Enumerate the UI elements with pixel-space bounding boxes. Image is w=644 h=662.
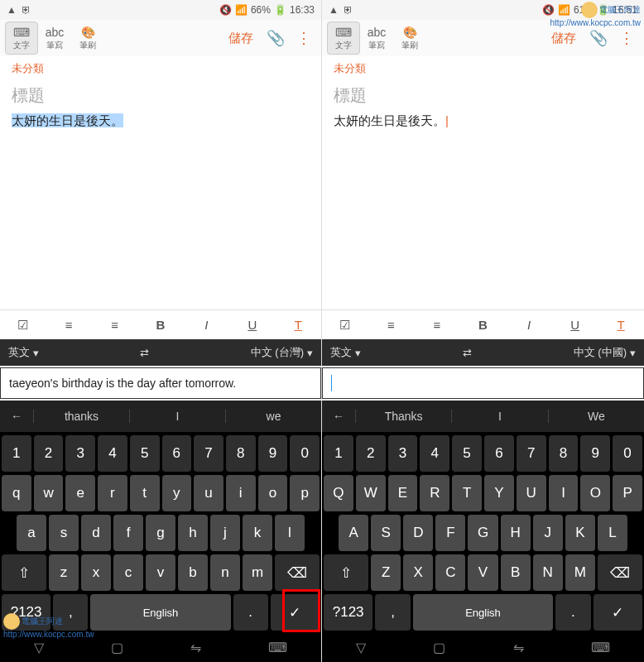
save-button[interactable]: 儲存 (222, 31, 260, 46)
sugg-1[interactable]: thanks (33, 410, 129, 423)
key-2[interactable]: 2 (34, 435, 64, 472)
more-button[interactable]: ⋮ (291, 29, 316, 47)
key-5[interactable]: 5 (452, 435, 482, 472)
shift-key[interactable]: ⇧ (324, 554, 368, 591)
key-D[interactable]: D (403, 515, 433, 551)
key-a[interactable]: a (17, 515, 46, 551)
key-0[interactable]: 0 (290, 435, 320, 472)
comma-key[interactable]: , (375, 594, 410, 631)
key-h[interactable]: h (178, 515, 208, 551)
key-B[interactable]: B (501, 554, 531, 591)
key-I[interactable]: I (549, 475, 579, 511)
note-content[interactable]: 太妍的生日是後天。 (0, 113, 321, 129)
sugg-2[interactable]: I (451, 410, 547, 423)
nav-recents[interactable]: ⇋ (513, 640, 524, 655)
underline-button[interactable]: U (237, 313, 268, 338)
lang-source[interactable]: 英文 ▾ (330, 345, 361, 360)
key-w[interactable]: w (34, 475, 64, 511)
numlist-button[interactable]: ≡ (421, 313, 453, 338)
key-v[interactable]: v (146, 554, 175, 591)
tool-handwrite[interactable]: abc筆寫 (38, 22, 71, 55)
key-r[interactable]: r (98, 475, 127, 511)
key-O[interactable]: O (580, 475, 610, 511)
note-content[interactable]: 太妍的生日是後天。| (322, 113, 644, 129)
key-d[interactable]: d (81, 515, 111, 551)
key-1[interactable]: 1 (2, 435, 31, 472)
key-q[interactable]: q (2, 475, 31, 511)
nav-back[interactable]: ▢ (433, 640, 445, 655)
hide-kb-icon[interactable]: ▽ (34, 640, 44, 655)
back-icon[interactable]: ← (322, 410, 355, 423)
key-f[interactable]: f (113, 515, 143, 551)
key-A[interactable]: A (339, 515, 368, 551)
category-label[interactable]: 未分類 (0, 56, 321, 81)
key-p[interactable]: p (290, 475, 320, 511)
key-6[interactable]: 6 (484, 435, 514, 472)
sugg-2[interactable]: I (129, 410, 225, 423)
key-6[interactable]: 6 (162, 435, 192, 472)
key-Z[interactable]: Z (371, 554, 401, 591)
shift-key[interactable]: ⇧ (2, 554, 46, 591)
key-9[interactable]: 9 (580, 435, 610, 472)
key-M[interactable]: M (565, 554, 595, 591)
sugg-3[interactable]: We (548, 410, 644, 423)
nav-recents[interactable]: ⇋ (190, 640, 201, 655)
attach-button[interactable]: 📎 (583, 29, 614, 47)
tool-handwrite[interactable]: abc筆寫 (360, 22, 393, 55)
key-3[interactable]: 3 (65, 435, 95, 472)
key-4[interactable]: 4 (420, 435, 449, 472)
nav-back[interactable]: ▢ (111, 640, 123, 655)
bold-button[interactable]: B (145, 313, 176, 338)
key-g[interactable]: g (146, 515, 175, 551)
key-9[interactable]: 9 (258, 435, 288, 472)
lang-target[interactable]: 中文 (中國) ▾ (574, 345, 636, 360)
key-e[interactable]: e (65, 475, 95, 511)
period-key[interactable]: . (555, 594, 590, 631)
backspace-key[interactable]: ⌫ (598, 554, 642, 591)
key-N[interactable]: N (533, 554, 563, 591)
nav-kb[interactable]: ⌨ (268, 640, 287, 655)
nav-kb[interactable]: ⌨ (591, 640, 610, 655)
tool-text[interactable]: ⌨文字 (5, 22, 38, 55)
save-button[interactable]: 儲存 (545, 31, 583, 46)
key-W[interactable]: W (356, 475, 386, 511)
tool-brush[interactable]: 🎨筆刷 (393, 22, 426, 55)
key-t[interactable]: t (130, 475, 160, 511)
key-T[interactable]: T (452, 475, 482, 511)
italic-button[interactable]: I (513, 313, 545, 338)
key-8[interactable]: 8 (226, 435, 256, 472)
key-5[interactable]: 5 (130, 435, 160, 472)
key-i[interactable]: i (226, 475, 256, 511)
tool-brush[interactable]: 🎨筆刷 (71, 22, 104, 55)
key-z[interactable]: z (49, 554, 79, 591)
key-l[interactable]: l (275, 515, 305, 551)
swap-button[interactable]: ⇄ (140, 347, 149, 359)
more-button[interactable]: ⋮ (614, 29, 639, 47)
title-input[interactable]: 標題 (0, 81, 321, 113)
key-V[interactable]: V (468, 554, 497, 591)
bullet-button[interactable]: ≡ (53, 313, 84, 338)
bullet-button[interactable]: ≡ (375, 313, 406, 338)
key-b[interactable]: b (178, 554, 208, 591)
back-icon[interactable]: ← (0, 410, 33, 423)
lang-target[interactable]: 中文 (台灣) ▾ (251, 345, 313, 360)
tool-text[interactable]: ⌨文字 (327, 22, 360, 55)
key-L[interactable]: L (598, 515, 627, 551)
key-3[interactable]: 3 (388, 435, 418, 472)
key-x[interactable]: x (81, 554, 111, 591)
key-P[interactable]: P (613, 475, 642, 511)
title-input[interactable]: 標題 (322, 81, 644, 113)
lang-source[interactable]: 英文 ▾ (8, 345, 39, 360)
key-k[interactable]: k (243, 515, 272, 551)
key-2[interactable]: 2 (356, 435, 386, 472)
key-S[interactable]: S (371, 515, 401, 551)
key-G[interactable]: G (468, 515, 497, 551)
sugg-3[interactable]: we (225, 410, 321, 423)
key-R[interactable]: R (420, 475, 449, 511)
key-E[interactable]: E (388, 475, 418, 511)
key-7[interactable]: 7 (194, 435, 223, 472)
space-key[interactable]: English (413, 594, 554, 631)
key-X[interactable]: X (403, 554, 433, 591)
key-1[interactable]: 1 (324, 435, 353, 472)
textcolor-button[interactable]: T (282, 313, 314, 338)
